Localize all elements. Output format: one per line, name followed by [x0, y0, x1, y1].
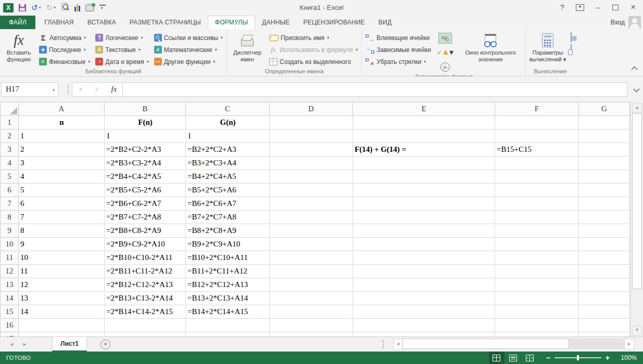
evaluate-formula-button[interactable]: fx — [439, 61, 451, 73]
cell-D11[interactable] — [270, 251, 353, 265]
cell-A5[interactable]: 4 — [19, 170, 105, 184]
row-header-5[interactable]: 5 — [1, 170, 19, 184]
cell-E17[interactable] — [353, 332, 495, 337]
trace-precedents-button[interactable]: Влияющие ячейки — [363, 32, 434, 44]
watch-window-button[interactable]: Окно контрольного значения — [457, 31, 524, 64]
cell-E5[interactable] — [353, 170, 495, 184]
cell-D7[interactable] — [270, 197, 353, 211]
cell-C14[interactable]: =B13+2*C13+A14 — [186, 292, 270, 305]
cell-A17[interactable] — [19, 332, 105, 337]
row-header-16[interactable]: 16 — [1, 319, 19, 332]
cell-D15[interactable] — [270, 305, 353, 319]
trace-dependents-button[interactable]: Зависимые ячейки — [363, 44, 434, 56]
cell-E10[interactable] — [353, 238, 495, 251]
cell-G4[interactable] — [579, 157, 630, 170]
cell-B14[interactable]: =2*B13+C13-2*A14 — [105, 292, 186, 305]
cell-C8[interactable]: =B7+2*C7+A8 — [186, 211, 270, 224]
name-box[interactable]: H17 ▾ — [1, 82, 58, 97]
cell-F9[interactable] — [495, 224, 579, 238]
column-header-F[interactable]: F — [495, 102, 579, 116]
zoom-slider[interactable] — [554, 357, 601, 358]
column-header-C[interactable]: C — [186, 102, 270, 116]
row-header-13[interactable]: 13 — [1, 278, 19, 292]
cell-B16[interactable] — [105, 319, 186, 332]
cell-E9[interactable] — [353, 224, 495, 238]
cell-A14[interactable]: 13 — [19, 292, 105, 305]
cell-F4[interactable] — [495, 157, 579, 170]
scroll-down-icon[interactable]: ▼ — [632, 326, 642, 335]
cell-F13[interactable] — [495, 278, 579, 292]
tab-scroll-splitter[interactable] — [383, 340, 384, 348]
cell-F7[interactable] — [495, 197, 579, 211]
cell-C9[interactable]: =B8+2*C8+A9 — [186, 224, 270, 238]
cell-G3[interactable] — [579, 143, 630, 157]
cell-C12[interactable]: =B11+2*C11+A12 — [186, 265, 270, 278]
cell-G7[interactable] — [579, 197, 630, 211]
cell-C2[interactable]: 1 — [186, 129, 270, 143]
cell-G8[interactable] — [579, 211, 630, 224]
create-from-selection-button[interactable]: Создать из выделенного — [267, 56, 360, 68]
cell-C16[interactable] — [186, 319, 270, 332]
cell-C17[interactable] — [186, 332, 270, 337]
math-trig-button[interactable]: θМатематические▾ — [152, 44, 225, 56]
row-header-17[interactable]: 17 — [1, 332, 19, 337]
row-header-2[interactable]: 2 — [1, 129, 19, 143]
cell-B3[interactable]: =2*B2+C2-2*A3 — [105, 143, 186, 157]
cell-F17[interactable] — [495, 332, 579, 337]
tab-data[interactable]: ДАННЫЕ — [255, 16, 296, 29]
cell-G11[interactable] — [579, 251, 630, 265]
row-header-11[interactable]: 11 — [1, 251, 19, 265]
cell-B8[interactable]: =2*B7+C7-2*A8 — [105, 211, 186, 224]
sheet-tab-sheet1[interactable]: Лист1 — [52, 337, 87, 352]
cell-B10[interactable]: =2*B9+C9-2*A10 — [105, 238, 186, 251]
tab-page-layout[interactable]: РАЗМЕТКА СТРАНИЦЫ — [123, 16, 208, 29]
cell-C6[interactable]: =B5+2*C5+A6 — [186, 184, 270, 197]
cell-D4[interactable] — [270, 157, 353, 170]
cell-G10[interactable] — [579, 238, 630, 251]
horizontal-scroll-thumb[interactable] — [402, 339, 569, 349]
row-header-12[interactable]: 12 — [1, 265, 19, 278]
tab-review[interactable]: РЕЦЕНЗИРОВАНИЕ — [297, 16, 372, 29]
cell-G12[interactable] — [579, 265, 630, 278]
cell-G15[interactable] — [579, 305, 630, 319]
more-functions-button[interactable]: ⋯Другие функции▾ — [152, 56, 225, 68]
cell-G5[interactable] — [579, 170, 630, 184]
cell-G2[interactable] — [579, 129, 630, 143]
cell-E11[interactable] — [353, 251, 495, 265]
column-header-A[interactable]: A — [19, 102, 105, 116]
cell-E15[interactable] — [353, 305, 495, 319]
ribbon-display-options-button[interactable] — [572, 1, 588, 14]
cell-G14[interactable] — [579, 292, 630, 305]
maximize-button[interactable] — [608, 1, 623, 14]
calculate-sheet-button[interactable] — [571, 45, 572, 54]
avatar[interactable] — [628, 16, 641, 29]
row-header-9[interactable]: 9 — [1, 224, 19, 238]
cell-F5[interactable] — [495, 170, 579, 184]
cell-B9[interactable]: =2*B8+C8-2*A9 — [105, 224, 186, 238]
cell-C10[interactable]: =B9+2*C9+A10 — [186, 238, 270, 251]
recent-functions-button[interactable]: ★Последние▾ — [36, 44, 93, 56]
tab-insert[interactable]: ВСТАВКА — [81, 16, 123, 29]
autosum-button[interactable]: ΣАвтосумма▾ — [36, 32, 93, 44]
lookup-reference-button[interactable]: Ссылки и массивы▾ — [152, 32, 225, 44]
error-checking-button[interactable]: ✓▾ — [436, 46, 455, 58]
zoom-slider-thumb[interactable] — [577, 355, 579, 360]
cell-G17[interactable] — [579, 332, 630, 337]
scroll-right-icon[interactable]: ► — [624, 339, 634, 350]
cell-C13[interactable]: =B12+2*C12+A13 — [186, 278, 270, 292]
insert-function-button[interactable]: fx Вставить функцию — [1, 31, 36, 64]
cell-E6[interactable] — [353, 184, 495, 197]
cell-A4[interactable]: 3 — [19, 157, 105, 170]
next-sheet-icon[interactable]: ► — [22, 342, 27, 347]
cell-F11[interactable] — [495, 251, 579, 265]
cell-A12[interactable]: 11 — [19, 265, 105, 278]
cell-F12[interactable] — [495, 265, 579, 278]
cell-C4[interactable]: =B3+2*C3+A4 — [186, 157, 270, 170]
cell-B17[interactable] — [105, 332, 186, 337]
scroll-up-icon[interactable]: ▲ — [632, 103, 642, 113]
cell-F6[interactable] — [495, 184, 579, 197]
cell-B12[interactable]: =2*B11+C11-2*A12 — [105, 265, 186, 278]
use-in-formula-button[interactable]: fxИспользовать в формуле▾ — [267, 44, 360, 56]
cell-E16[interactable] — [353, 319, 495, 332]
cell-A3[interactable]: 2 — [19, 143, 105, 157]
